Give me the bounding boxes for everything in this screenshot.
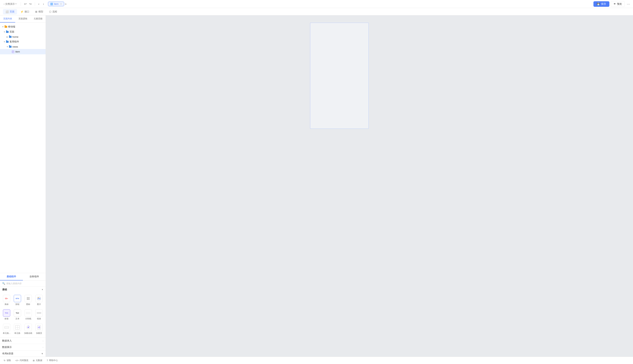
comp-line-icon [35,309,43,317]
tree-node-pages[interactable]: 页面 [0,29,46,34]
bottom-read[interactable]: ↻ 读取 [4,359,11,362]
code-preview-icon: </> [15,359,19,362]
comp-image[interactable]: 图片 [34,294,44,307]
bottom-help[interactable]: ? 帮助中心 [47,359,58,362]
comp-line[interactable]: 线条 [34,308,44,322]
comp-text-icon: Text [14,309,21,317]
active-tab[interactable]: item × [48,2,64,6]
tab-pagelist[interactable]: 页面列表 [0,15,15,22]
data-display-section[interactable]: 数据展示 › [0,344,46,350]
svg-point-9 [38,298,39,298]
prev-page-button[interactable]: ‹ [37,2,40,6]
tree-label-reuse: 复用组件 [10,40,44,43]
arrow-pages [3,30,6,33]
tree-node-item[interactable]: item ⋯ [0,49,46,54]
more-options-button[interactable]: ⋯ [626,1,631,7]
search-icon: 🔍 [2,282,5,285]
folder-icon-mobile [5,25,7,28]
comp-tag-icon: TAG [3,309,10,317]
comp-image-label: 图片 [37,303,41,306]
basic-comp-label: 基础组件 [7,275,16,278]
back-button[interactable]: ‹ 文档演示一 [2,2,19,6]
comp-loading-page[interactable]: 加载页 [34,322,44,336]
folder-icon-news [9,45,12,48]
comp-grid-label: 单元格 [14,332,20,334]
divider2 [35,2,35,6]
tab-close-button[interactable]: × [60,3,62,5]
nav-tabs: ⬜ 页面 ⚡ 接口 ⊞ 模型 ⬡ 流程 [0,8,633,15]
data-display-label: 数据展示 [2,346,12,349]
tab-pagelogic[interactable]: 页面逻辑 [15,15,30,22]
comp-badge[interactable]: 99+ 角标 [2,294,12,307]
tree-label-item: item [15,50,41,53]
elements-label: 元素层级 [34,18,43,20]
canvas-area[interactable] [46,15,633,357]
nav-tab-page[interactable]: ⬜ 页面 [3,9,17,14]
bottom-code-preview[interactable]: </> 代码预览 [15,359,28,362]
layout-arrow: ▼ [41,352,43,355]
comp-single-grid-icon [3,324,10,331]
redo-button[interactable]: ↪ [28,2,33,6]
preview-icon: 👁 [613,2,616,5]
search-bar: 🔍 [0,280,46,286]
preview-button[interactable]: 👁 预览 [611,1,624,7]
comp-loading-anim[interactable]: 加载动画 [23,322,33,336]
comp-loading-anim-label: 加载动画 [24,332,32,334]
undo-button[interactable]: ↩ [23,2,28,6]
svg-rect-4 [27,297,28,298]
comp-icon[interactable]: 图标 [23,294,33,307]
read-icon: ↻ [4,359,6,362]
arrow-mobile [2,25,5,28]
tab-basic-components[interactable]: 基础组件 [0,273,23,280]
nav-tab-api[interactable]: ⚡ 接口 [18,9,32,14]
data-entry-arrow: › [43,340,43,342]
tree-node-mobile[interactable]: 移动端 [0,24,46,29]
tab-elements[interactable]: 元素层级 [30,15,46,22]
svg-rect-7 [28,299,30,300]
tree-label-news: news [13,45,44,48]
tree-node-news[interactable]: news [0,44,46,49]
arrow-reuse [3,40,6,43]
code-preview-label: 代码预览 [20,359,28,362]
left-sidebar: 页面列表 页面逻辑 元素层级 移动端 [0,15,46,357]
basic-section-arrow: ▼ [41,288,43,291]
meta-icon: ⊞ [33,359,35,362]
next-page-button[interactable]: › [42,2,45,6]
comp-text[interactable]: Text 文本 [12,308,22,322]
comp-badge-icon: 99+ [3,295,10,302]
comp-loading-anim-icon [25,324,32,331]
nav-tab-model[interactable]: ⊞ 模型 [33,9,46,14]
comp-divider[interactable]: 分割线 [23,308,33,322]
more-tabs-button[interactable]: » [65,2,67,6]
component-grid: 99+ 角标 BTN 按钮 [0,293,46,338]
pagelist-label: 页面列表 [3,18,12,20]
tree-node-home[interactable]: home [0,34,46,39]
doc-title: 文档演示一 [5,2,17,6]
tab-business-components[interactable]: 业务组件 [23,273,46,280]
data-entry-section[interactable]: 数据录入 › [0,338,46,344]
nav-tab-flow[interactable]: ⬡ 流程 [47,9,60,14]
top-actions: 💾 保存 👁 预览 ⋯ [593,1,631,7]
main-layout: 页面列表 页面逻辑 元素层级 移动端 [0,15,633,357]
model-tab-icon: ⊞ [35,10,37,13]
comp-grid[interactable]: 单元格 [12,322,22,336]
tree-node-reuse[interactable]: 复用组件 [0,39,46,44]
component-tabs: 基础组件 业务组件 [0,273,46,280]
basic-section-header[interactable]: 基础 ▼ [0,286,46,293]
layout-section[interactable]: 布局&容器 ▼ [0,350,46,357]
search-input[interactable] [6,282,43,285]
comp-single-grid[interactable]: 单元格... [2,322,12,336]
comp-tag-label: 标签 [5,317,9,320]
svg-point-22 [29,326,30,327]
comp-icon-label: 图标 [26,303,30,306]
save-button[interactable]: 💾 保存 [593,1,609,7]
comp-tag[interactable]: TAG 标签 [2,308,12,322]
flow-tab-icon: ⬡ [49,10,51,13]
comp-button[interactable]: BTN 按钮 [12,294,22,307]
save-label: 保存 [601,2,606,6]
data-entry-label: 数据录入 [2,339,12,342]
comp-loading-page-label: 加载页 [36,332,42,334]
save-icon: 💾 [597,2,600,6]
comp-divider-icon [25,309,32,317]
bottom-meta[interactable]: ⊞ 元数据 [33,359,42,362]
